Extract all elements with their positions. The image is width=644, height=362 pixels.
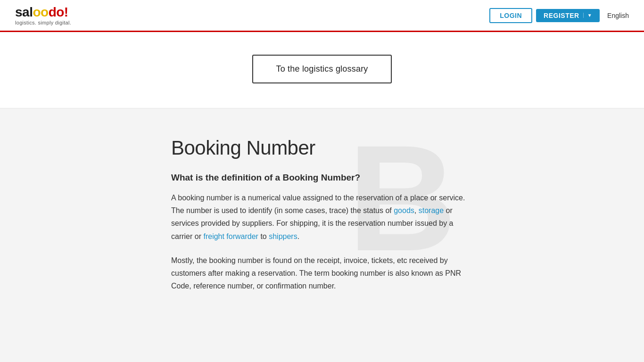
- logo: saloodo! logistics. simply digital.: [15, 6, 71, 25]
- paragraph1-comma: ,: [414, 206, 419, 214]
- link-goods[interactable]: goods: [394, 206, 414, 214]
- article-paragraph-2: Mostly, the booking number is found on t…: [171, 254, 473, 293]
- register-label: REGISTER: [544, 12, 579, 19]
- logo-oo: oo: [33, 5, 48, 19]
- site-header: saloodo! logistics. simply digital. LOGI…: [0, 0, 644, 32]
- register-dropdown-caret[interactable]: ▼: [583, 13, 592, 18]
- login-button[interactable]: LOGIN: [489, 8, 532, 23]
- content-inner: Booking Number What is the definition of…: [152, 137, 492, 292]
- logo-sal: sal: [15, 5, 33, 19]
- article-paragraph-1: A booking number is a numerical value as…: [171, 191, 473, 243]
- logo-tagline: logistics. simply digital.: [15, 20, 71, 25]
- logo-do: do!: [49, 5, 68, 19]
- register-button[interactable]: REGISTER ▼: [536, 9, 600, 22]
- logo-text: saloodo!: [15, 6, 68, 19]
- link-shippers[interactable]: shippers: [269, 232, 297, 240]
- language-selector[interactable]: English: [607, 12, 629, 19]
- glossary-section: To the logistics glossary: [0, 32, 644, 108]
- glossary-button[interactable]: To the logistics glossary: [252, 55, 391, 83]
- link-freight-forwarder[interactable]: freight forwarder: [203, 232, 258, 240]
- paragraph1-end: to: [258, 232, 269, 240]
- header-nav: LOGIN REGISTER ▼ English: [489, 8, 629, 23]
- link-storage[interactable]: storage: [419, 206, 444, 214]
- article-subtitle: What is the definition of a Booking Numb…: [171, 173, 473, 183]
- article-title: Booking Number: [171, 137, 473, 159]
- main-content: B Booking Number What is the definition …: [0, 108, 644, 362]
- paragraph1-final: .: [297, 232, 299, 240]
